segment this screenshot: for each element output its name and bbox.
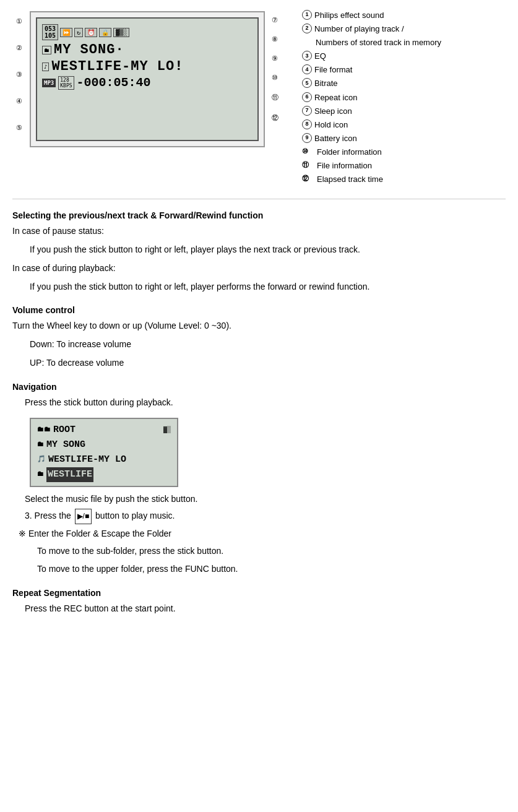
legend-text-2: Number of playing track / (314, 22, 404, 36)
indicator-5: ⑤ (16, 124, 22, 132)
legend-item-2b: Numbers of stored track in memory (302, 36, 506, 50)
legend-text-7: Sleep icon (314, 105, 352, 118)
legend-item-11: ⑪ File information (302, 159, 506, 173)
legend-text-3: EQ (314, 50, 326, 63)
legend-num-12: ⑫ (302, 173, 312, 184)
legend-item-9: 9 Battery icon (302, 132, 506, 145)
clock-icon: ⏰ (85, 28, 97, 37)
legend-num-2: 2 (302, 24, 312, 33)
nav-step-1: Press the stick button during playback. (25, 395, 506, 410)
volume-description: Turn the Wheel key to down or up (Volume… (12, 319, 506, 334)
repeat-icon: ↻ (74, 28, 83, 37)
nav-screen: 🖿🖿 ROOT ▓▒ 🖿 MY SONG 🎵 WESTLIFE-MY LO 🖿 … (30, 418, 178, 487)
eq-icon: ⏩ (60, 28, 72, 37)
legend-section: 1 Philips effect sound 2 Number of playi… (277, 6, 506, 186)
legend-num-9: 9 (302, 133, 312, 143)
legend-item-7: 7 Sleep icon (302, 105, 506, 118)
playback-status-label: In case of during playback: (12, 261, 506, 276)
indicator-12: ⑫ (272, 113, 278, 123)
legend-num-11: ⑪ (302, 159, 312, 171)
indicator-10: ⑩ (272, 74, 278, 82)
nav-folder-icon-1: 🖿🖿 (37, 425, 51, 436)
playback-status-text: If you push the stick button to right or… (12, 280, 506, 295)
volume-up: UP: To decrease volume (12, 356, 506, 371)
nav-sub-note-1: To move to the sub-folder, press the sti… (12, 544, 506, 559)
nav-root-text: ROOT (53, 423, 76, 438)
legend-text-6: Repeat icon (314, 91, 357, 105)
legend-num-4: 4 (302, 64, 312, 74)
legend-item-4: 4 File format (302, 63, 506, 77)
nav-folder-icon-3: 🖿 (37, 469, 44, 480)
section-volume: Volume control Turn the Wheel key to dow… (12, 305, 506, 370)
nav-battery: ▓▒ (163, 425, 171, 435)
legend-num-5: 5 (302, 78, 312, 88)
legend-text-1: Philips effect sound (314, 9, 384, 22)
repeat-seg-heading: Repeat Segmentation (12, 588, 506, 598)
legend-num-7: 7 (302, 106, 312, 116)
volume-down: Down: To increase volume (12, 337, 506, 352)
nav-westlife-text: WESTLIFE-MY LO (48, 452, 126, 467)
indicator-3: ③ (16, 71, 22, 79)
repeat-seg-step-1: Press the REC button at the start point. (25, 602, 506, 616)
left-indicators: ① ② ③ ④ ⑤ (16, 17, 22, 132)
indicator-11: ⑪ (272, 93, 278, 102)
indicator-1: ① (16, 17, 22, 25)
music-note-icon: ♪ (42, 63, 49, 71)
legend-text-2b: Numbers of stored track in memory (316, 36, 441, 50)
nav-row-1: 🖿🖿 ROOT ▓▒ (37, 423, 171, 438)
legend-item-10: ⑩ Folder information (302, 145, 506, 159)
indicator-4: ④ (16, 97, 22, 105)
section-navigation: Navigation Press the stick button during… (12, 382, 506, 577)
divider-1 (12, 199, 506, 199)
legend-item-5: 5 Bitrate (302, 77, 506, 90)
legend-text-8: Hold icon (314, 118, 348, 132)
lock-icon: 🔒 (99, 28, 111, 37)
nav-westlife-folder-text: WESTLIFE (46, 467, 93, 482)
legend-list: 1 Philips effect sound 2 Number of playi… (302, 9, 506, 186)
prev-next-heading: Selecting the previous/next track & Forw… (12, 210, 506, 220)
indicator-7: ⑦ (272, 16, 278, 24)
nav-row-2: 🖿 MY SONG (37, 438, 171, 452)
nav-mysong-text: MY SONG (46, 438, 85, 452)
indicator-2: ② (16, 44, 22, 52)
song-name-row: 🖿 MY SONG· (42, 42, 253, 58)
legend-item-1: 1 Philips effect sound (302, 9, 506, 22)
pause-status-text: If you push the stick button to right or… (12, 243, 506, 257)
legend-item-2: 2 Number of playing track / (302, 22, 506, 36)
nav-row-4: 🖿 WESTLIFE (37, 467, 171, 482)
screen-inner: 053 105 ⏩ ↻ ⏰ 🔒 ▓▒░ 🖿 MY SONG· ♪ (36, 17, 259, 141)
song-name: MY SONG· (54, 42, 124, 58)
legend-item-8: 8 Hold icon (302, 118, 506, 132)
play-stop-icon: ▶/■ (75, 509, 92, 524)
folder-icon-1: 🖿 (42, 46, 51, 54)
nav-step-3: 3. Press the ▶/■ button to play music. (25, 509, 506, 524)
top-diagram-section: ① ② ③ ④ ⑤ ⑦ ⑧ ⑨ ⑩ ⑪ ⑫ 053 105 ⏩ (12, 6, 506, 186)
pause-status-label: In case of pause status: (12, 224, 506, 239)
screen-icons-row: 053 105 ⏩ ↻ ⏰ 🔒 ▓▒░ (42, 24, 253, 40)
legend-text-11: File information (317, 159, 372, 173)
right-indicators: ⑦ ⑧ ⑨ ⑩ ⑪ ⑫ (272, 16, 278, 123)
nav-row-3: 🎵 WESTLIFE-MY LO (37, 452, 171, 467)
legend-text-9: Battery icon (314, 132, 357, 145)
mp3-badge: MP3 (42, 79, 56, 87)
bitrate-badge: 128KBPS (58, 76, 74, 90)
legend-text-12: Elapsed track time (317, 173, 383, 186)
nav-music-icon-1: 🎵 (37, 454, 46, 465)
section-repeat-seg: Repeat Segmentation Press the REC button… (12, 588, 506, 616)
legend-text-4: File format (314, 63, 352, 77)
section-prev-next: Selecting the previous/next track & Forw… (12, 210, 506, 294)
legend-num-6: 6 (302, 92, 312, 102)
legend-item-6: 6 Repeat icon (302, 91, 506, 105)
indicator-9: ⑨ (272, 54, 278, 63)
legend-text-5: Bitrate (314, 77, 338, 90)
legend-num-1: 1 (302, 10, 312, 20)
indicator-8: ⑧ (272, 35, 278, 43)
battery-icon: ▓▒░ (113, 28, 129, 37)
legend-num-3: 3 (302, 51, 312, 61)
device-screen: 053 105 ⏩ ↻ ⏰ 🔒 ▓▒░ 🖿 MY SONG· ♪ (30, 11, 265, 147)
time-row: MP3 128KBPS -000:05:40 (42, 76, 253, 90)
track-name-row: ♪ WESTLIFE-MY LO! (42, 59, 253, 74)
legend-text-10: Folder information (317, 145, 382, 159)
nav-step-2: Select the music file by push the stick … (25, 492, 506, 507)
volume-heading: Volume control (12, 305, 506, 315)
